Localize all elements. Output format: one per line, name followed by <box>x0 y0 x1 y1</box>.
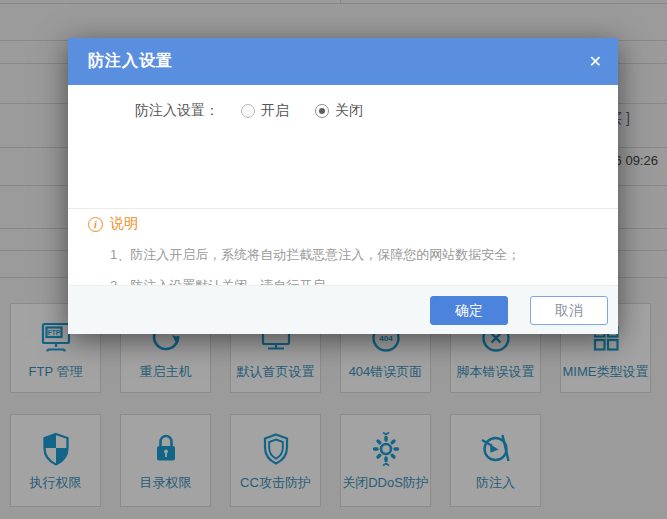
radio-option-selected[interactable]: 关闭 <box>315 102 363 120</box>
radio-group: 开启 关闭 <box>241 102 389 120</box>
cancel-button[interactable]: 取消 <box>530 296 608 325</box>
close-icon[interactable]: ✕ <box>589 54 602 70</box>
radio-label: 开启 <box>261 102 289 120</box>
dialog-header: 防注入设置 ✕ <box>68 38 618 85</box>
radio-option-unselected[interactable]: 开启 <box>241 102 289 120</box>
confirm-button[interactable]: 确定 <box>430 296 508 325</box>
radio-circle[interactable] <box>241 104 255 118</box>
dialog-footer: 确定 取消 <box>68 285 618 334</box>
info-icon: i <box>88 217 103 232</box>
section-divider <box>68 208 618 209</box>
setting-label: 防注入设置： <box>135 102 219 120</box>
anti-injection-settings-dialog: 防注入设置 ✕ 防注入设置： 开启 关闭 i 说明 1、防注入开启后，系统将自动… <box>68 38 618 334</box>
radio-circle[interactable] <box>315 104 329 118</box>
note-item: 1、防注入开启后，系统将自动拦截恶意注入，保障您的网站数据安全； <box>88 246 598 264</box>
note-title: 说明 <box>110 215 138 233</box>
note-section: i 说明 1、防注入开启后，系统将自动拦截恶意注入，保障您的网站数据安全； 2、… <box>88 215 598 295</box>
dialog-body: 防注入设置： 开启 关闭 i 说明 1、防注入开启后，系统将自动拦截恶意注入，保… <box>68 85 618 285</box>
note-header: i 说明 <box>88 215 598 233</box>
dialog-title: 防注入设置 <box>88 51 173 72</box>
setting-row: 防注入设置： 开启 关闭 <box>135 102 389 120</box>
radio-label: 关闭 <box>335 102 363 120</box>
